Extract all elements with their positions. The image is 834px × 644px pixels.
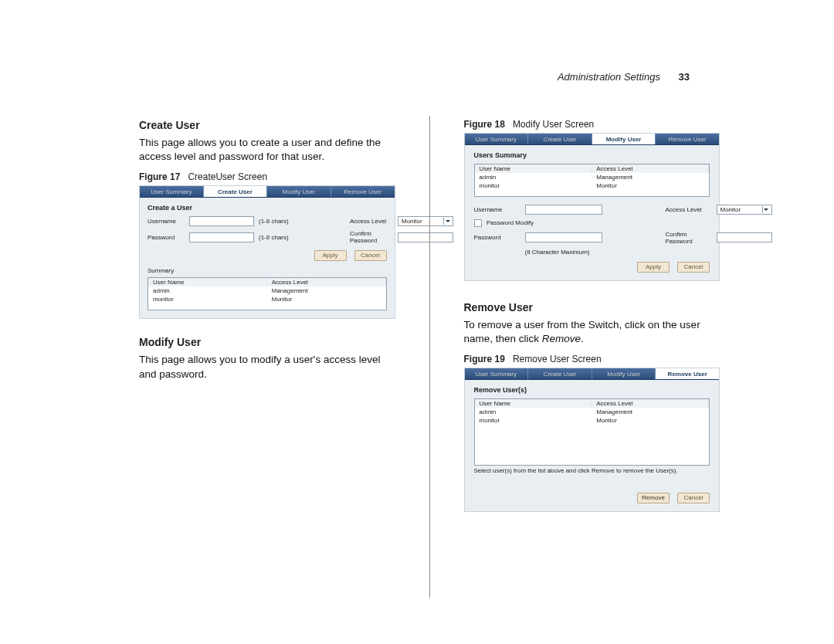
col-access-level: Access Level <box>592 399 709 408</box>
figure19-title: Remove User Screen <box>513 354 602 364</box>
table-row[interactable]: monitor Monitor <box>148 295 386 303</box>
cancel-button[interactable]: Cancel <box>677 262 710 273</box>
input-confirm-password[interactable] <box>398 232 453 242</box>
figure19-caption: Figure 19 Remove User Screen <box>464 354 720 364</box>
figure17-caption: Figure 17 CreateUser Screen <box>139 171 395 182</box>
remove-instruction: Select user(s) from the list above and c… <box>474 467 710 474</box>
table-row[interactable]: monitor Monitor <box>475 416 710 425</box>
table-row[interactable]: admin Management <box>475 173 710 181</box>
column-divider <box>429 116 430 598</box>
tab-bar: User Summary Create User Modify User Rem… <box>465 134 720 145</box>
heading-modify-user: Modify User <box>139 336 395 348</box>
text-emphasis: Remove <box>542 333 581 344</box>
cell-access-level: Management <box>267 286 386 295</box>
col-access-level: Access Level <box>267 278 386 286</box>
figure18-caption: Figure 18 Modify User Screen <box>464 119 720 130</box>
hint-password: (8 Character Maximum) <box>525 249 602 256</box>
table-row[interactable]: admin Management <box>148 286 386 295</box>
chevron-down-icon <box>443 218 451 225</box>
figure18-screenshot: User Summary Create User Modify User Rem… <box>464 133 720 281</box>
cell-user-name: admin <box>148 286 267 295</box>
cell-user-name: monitor <box>475 181 592 190</box>
paragraph-create-user: This page allows you to create a user an… <box>139 136 395 164</box>
tab-create-user[interactable]: Create User <box>528 134 592 144</box>
paragraph-remove-user: To remove a user from the Switch, click … <box>464 318 720 346</box>
col-user-name: User Name <box>148 278 267 286</box>
section-title: Remove User(s) <box>474 386 710 394</box>
apply-button[interactable]: Apply <box>314 250 347 261</box>
checkbox-password-modify[interactable] <box>474 219 482 227</box>
col-user-name: User Name <box>475 164 592 173</box>
select-access-level[interactable]: Monitor <box>717 205 772 215</box>
cell-access-level: Management <box>592 173 709 181</box>
figure18-title: Modify User Screen <box>513 119 594 130</box>
tab-user-summary[interactable]: User Summary <box>465 134 529 144</box>
label-username: Username <box>474 206 520 213</box>
figure17-label: Figure 17 <box>139 171 180 182</box>
paragraph-modify-user: This page allows you to modify a user's … <box>139 353 395 381</box>
text: . <box>581 333 584 344</box>
label-confirm-password: Confirm Password <box>350 230 393 244</box>
cell-access-level: Management <box>592 408 709 416</box>
input-username[interactable] <box>525 205 602 215</box>
summary-title: Summary <box>147 267 387 274</box>
input-password[interactable] <box>189 232 254 242</box>
hint-username: (1-8 chars) <box>259 218 293 225</box>
cancel-button[interactable]: Cancel <box>677 493 710 503</box>
cancel-button[interactable]: Cancel <box>354 250 387 261</box>
figure19-label: Figure 19 <box>464 354 505 364</box>
cell-user-name: admin <box>475 173 592 181</box>
figure19-screenshot: User Summary Create User Modify User Rem… <box>464 368 720 512</box>
running-header: Administration Settings 33 <box>558 71 690 83</box>
tab-modify-user[interactable]: Modify User <box>267 186 331 197</box>
tab-create-user[interactable]: Create User <box>528 368 592 379</box>
select-access-level-value: Monitor <box>720 206 741 213</box>
users-table: User Name Access Level admin Management … <box>474 164 710 197</box>
input-username[interactable] <box>189 216 254 226</box>
cell-user-name: monitor <box>475 416 592 425</box>
tab-user-summary[interactable]: User Summary <box>140 186 204 197</box>
select-access-level-value: Monitor <box>402 218 422 225</box>
label-password: Password <box>474 234 520 241</box>
apply-button[interactable]: Apply <box>637 262 670 273</box>
col-user-name: User Name <box>475 399 592 408</box>
tab-user-summary[interactable]: User Summary <box>465 368 529 379</box>
label-username: Username <box>147 218 185 225</box>
figure17-screenshot: User Summary Create User Modify User Rem… <box>139 185 395 319</box>
tab-remove-user[interactable]: Remove User <box>656 134 719 144</box>
tab-create-user[interactable]: Create User <box>204 186 268 197</box>
label-password-modify: Password Modify <box>486 219 534 226</box>
left-column: Create User This page allows you to crea… <box>139 116 395 598</box>
label-access-level: Access Level <box>350 218 393 225</box>
tab-remove-user[interactable]: Remove User <box>331 186 395 197</box>
heading-create-user: Create User <box>139 119 395 131</box>
page-number: 33 <box>679 71 690 83</box>
chevron-down-icon <box>762 206 770 213</box>
cell-access-level: Monitor <box>592 181 709 190</box>
input-password[interactable] <box>525 232 602 242</box>
hint-password: (1-8 chars) <box>259 234 293 241</box>
section-title: Create a User <box>147 204 387 212</box>
select-access-level[interactable]: Monitor <box>398 216 453 226</box>
right-column: Figure 18 Modify User Screen User Summar… <box>464 116 720 598</box>
table-row[interactable]: admin Management <box>475 408 710 416</box>
col-access-level: Access Level <box>592 164 709 173</box>
tab-remove-user[interactable]: Remove User <box>656 368 719 379</box>
label-access-level: Access Level <box>666 206 712 213</box>
section-name: Administration Settings <box>558 71 660 83</box>
tab-modify-user[interactable]: Modify User <box>592 134 656 144</box>
input-confirm-password[interactable] <box>717 232 772 242</box>
cell-access-level: Monitor <box>267 295 386 303</box>
cell-access-level: Monitor <box>592 416 709 425</box>
tab-bar: User Summary Create User Modify User Rem… <box>465 368 720 380</box>
cell-user-name: monitor <box>148 295 267 303</box>
label-password: Password <box>147 234 185 241</box>
users-table: User Name Access Level admin Management … <box>474 398 710 466</box>
remove-button[interactable]: Remove <box>637 493 670 503</box>
table-row[interactable]: monitor Monitor <box>475 181 710 190</box>
figure17-title: CreateUser Screen <box>188 171 267 182</box>
tab-modify-user[interactable]: Modify User <box>592 368 656 379</box>
label-confirm-password: Confirm Password <box>666 231 712 245</box>
tab-bar: User Summary Create User Modify User Rem… <box>140 186 395 198</box>
heading-remove-user: Remove User <box>464 301 720 314</box>
